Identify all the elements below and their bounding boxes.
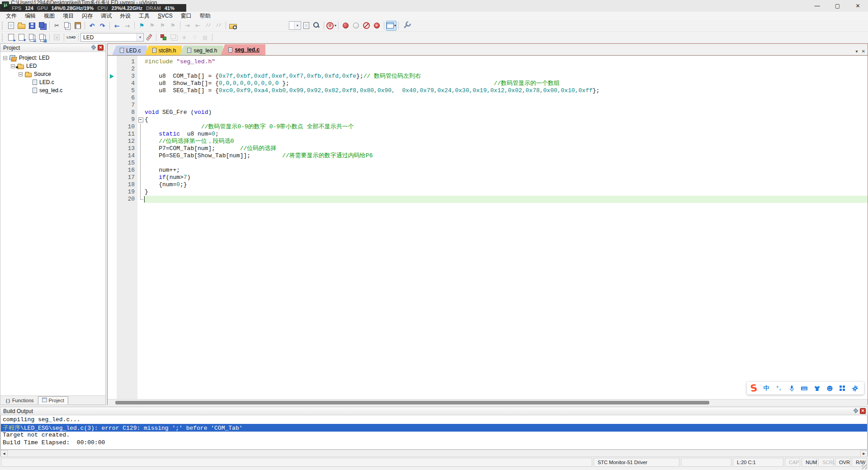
outdent-button[interactable] [193,21,203,31]
configure-button[interactable] [401,21,411,31]
build-output-line[interactable]: Build Time Elapsed: 00:00:00 [1,439,867,447]
minimize-button[interactable]: — [807,0,827,12]
skin-icon[interactable] [813,385,821,392]
books-window-toggle[interactable] [179,33,189,42]
indent-button[interactable] [182,21,193,31]
close-panel-icon[interactable]: ✕ [98,45,104,51]
code-line[interactable]: 11 static u8 num=0; [108,131,868,138]
title-bar[interactable]: C:\Users\12944\Desktop\keil\Tim多任务\LED.u… [0,0,868,12]
expand-collapse-icon[interactable] [19,72,23,76]
menu-peripherals[interactable]: 外设 [116,12,135,20]
code-line[interactable]: 2 [108,66,868,73]
expand-collapse-icon[interactable] [11,64,15,68]
toolbar-grip[interactable] [2,33,4,42]
code-line[interactable]: 15 [108,160,868,167]
build-output-line[interactable]: Target not created. [1,432,867,439]
doc-tab-stc8h-h[interactable]: stc8h.h [145,46,182,55]
clear-bookmarks-button[interactable] [168,21,178,31]
stop-build-button[interactable] [52,33,62,42]
search-text-combo[interactable]: ▾ [289,21,301,30]
doc-tab-seg-led-c[interactable]: seg_led.c [221,44,265,55]
paste-button[interactable] [72,21,83,31]
tab-project[interactable]: Project [38,396,68,404]
menu-svcs[interactable]: SVCS [154,12,177,19]
find-in-files-dialog-button[interactable] [301,21,311,31]
dropdown-arrow-icon[interactable]: ▾ [137,33,143,41]
tree-item-target-led[interactable]: LED [0,62,105,70]
find-symbol-button[interactable]: ▾ [326,21,336,31]
kill-all-breakpoints-button[interactable] [372,21,382,31]
menu-view[interactable]: 视图 [40,12,59,20]
doc-tab-seg-led-h[interactable]: seg_led.h [179,46,223,55]
scroll-left-icon[interactable]: ◀ [0,450,8,457]
resize-grip[interactable] [862,464,867,469]
functions-window-toggle[interactable] [189,33,200,42]
punctuation-icon[interactable]: °, [775,385,783,392]
copy-button[interactable] [62,21,72,31]
uncomment-button[interactable] [213,21,224,31]
open-file-button[interactable] [16,21,27,31]
code-line[interactable]: 6 [108,94,868,102]
editor-horizontal-scrollbar[interactable] [108,399,868,405]
code-line[interactable]: 10 //数码管显示0-9的数字 0-9带小数点 全部不显示共一个 [108,123,868,131]
code-line[interactable]: 17 if(num>7) [108,174,868,181]
menu-window[interactable]: 窗口 [177,12,196,20]
rebuild-all-button[interactable] [27,33,37,42]
comment-button[interactable] [203,21,213,31]
close-document-icon[interactable] [862,47,865,55]
toolbox-icon[interactable] [839,385,846,392]
build-button[interactable] [16,33,27,42]
keyboard-icon[interactable] [801,385,808,392]
translate-file-button[interactable] [6,33,16,42]
disable-all-breakpoints-button[interactable] [361,21,372,31]
maximize-button[interactable]: ▢ [827,0,848,12]
toolbar-grip[interactable] [2,22,4,30]
code-line[interactable]: 8void SEG_Fre (void) [108,109,868,116]
menu-project[interactable]: 项目 [59,12,78,20]
pin-icon[interactable] [853,408,859,414]
find-in-files-button[interactable] [228,21,238,31]
tab-functions[interactable]: Functions [1,396,38,404]
tree-item-file-seg-led-c[interactable]: seg_led.c [0,86,105,94]
tree-item-file-led-c[interactable]: LED.c [0,78,105,86]
undo-button[interactable] [87,21,97,31]
save-button[interactable] [27,21,37,31]
code-line[interactable]: 18 {num=0;} [108,181,868,188]
manage-project-items-button[interactable] [158,33,169,42]
options-for-target-button[interactable] [144,33,154,42]
target-select[interactable]: LED▾ [80,33,144,42]
code-line[interactable]: 12 //位码选择第一位，段码选0 [108,138,868,145]
code-line[interactable]: 9{ [108,116,868,123]
batch-build-button[interactable] [37,33,47,42]
code-line[interactable]: 13 P7=COM_Tab[num]; //位码的选择 [108,145,868,152]
download-button[interactable] [66,33,76,42]
scroll-right-icon[interactable]: ▶ [860,450,868,457]
close-button[interactable]: ✕ [848,0,868,12]
navigate-back-button[interactable] [112,21,122,31]
code-line[interactable]: 1#include "seg_led.h" [108,58,868,66]
expand-collapse-icon[interactable] [3,56,7,60]
menu-debug[interactable]: 调试 [97,12,116,20]
navigate-forward-button[interactable] [122,21,132,31]
tree-item-group-source[interactable]: Source [0,70,105,78]
build-output-line[interactable]: compiling seg_led.c... [1,416,867,424]
menu-help[interactable]: 帮助 [196,12,215,20]
code-line[interactable]: 20 [108,196,868,203]
menu-edit[interactable]: 编辑 [21,12,40,20]
sogou-logo-icon[interactable]: S [750,383,758,394]
dropdown-arrow-icon[interactable]: ▾ [294,22,301,29]
code-line[interactable]: 14 P6=SEG_Tab[Show_Tab[num]]; //将需要显示的数字… [108,152,868,160]
save-all-button[interactable] [37,21,47,31]
insert-breakpoint-button[interactable] [340,21,351,31]
templates-window-toggle[interactable] [200,33,210,42]
new-file-button[interactable] [6,21,16,31]
code-line[interactable]: 3 u8 COM_Tab[] = {0x7f,0xbf,0xdf,0xef,0x… [108,73,868,80]
redo-button[interactable] [97,21,108,31]
pin-icon[interactable] [90,45,96,51]
menu-tools[interactable]: 工具 [135,12,154,20]
find-button[interactable] [311,21,322,31]
settings-icon[interactable] [851,385,859,392]
toggle-bookmark-button[interactable] [137,21,147,31]
build-output-log[interactable]: compiling seg_led.c...子程序\LED_ESG\seg_le… [0,415,868,450]
next-bookmark-button[interactable] [157,21,168,31]
